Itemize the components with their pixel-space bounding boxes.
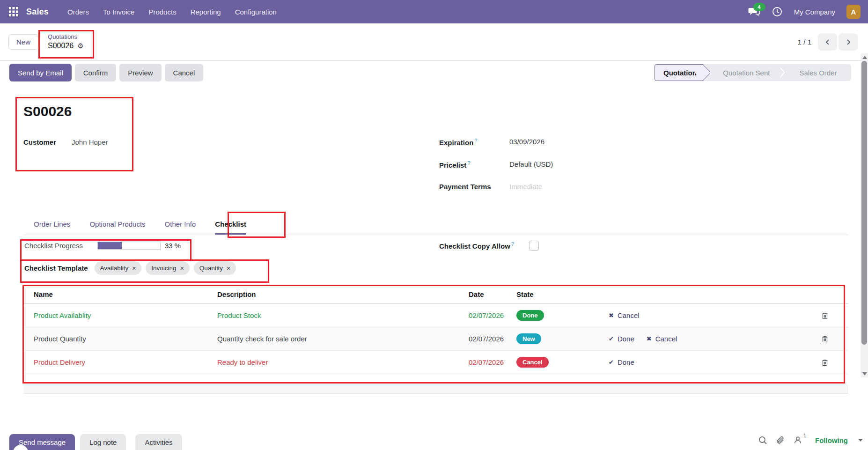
tab-other-info[interactable]: Other Info <box>165 220 196 235</box>
expiration-value[interactable]: 03/09/2026 <box>509 138 544 146</box>
tab-checklist[interactable]: Checklist <box>215 220 246 235</box>
tag-quantity[interactable]: Quantity × <box>194 261 236 275</box>
trash-icon <box>821 359 829 366</box>
following-button[interactable]: Following <box>815 436 848 444</box>
pager-next-button[interactable] <box>839 33 858 51</box>
state-badge: Cancel <box>516 357 549 368</box>
control-panel: New Quotations S00026 ⚙ 1 / 1 <box>0 23 861 61</box>
row-action-label: Cancel <box>618 311 640 319</box>
apps-grid-icon[interactable] <box>8 7 19 17</box>
statusbar: Quotation Quotation Sent Sales Order <box>655 64 851 81</box>
delete-row-button[interactable] <box>821 312 829 319</box>
checklist-copy-allow-label: Checklist Copy Allow <box>439 242 510 250</box>
tab-order-lines[interactable]: Order Lines <box>34 220 70 235</box>
followers-button[interactable]: 1 <box>794 436 802 444</box>
header-state: State <box>516 290 609 298</box>
customer-label: Customer <box>23 138 72 146</box>
activities-clock-icon[interactable] <box>772 6 783 17</box>
gear-icon[interactable]: ⚙ <box>77 42 83 49</box>
row-date[interactable]: 02/07/2026 <box>469 311 516 319</box>
check-mark-icon: ✔ <box>609 359 614 366</box>
sheet-bottom-strip <box>23 384 848 394</box>
menu-orders[interactable]: Orders <box>67 8 89 16</box>
row-name[interactable]: Product Quantity <box>23 335 217 343</box>
x-mark-icon: ✖ <box>609 312 614 319</box>
checklist-progress-value: 33 % <box>165 242 181 250</box>
chatter-toolbar: 1 Following <box>758 435 863 445</box>
stage-quotation-sent[interactable]: Quotation Sent <box>703 69 780 77</box>
attach-files-button[interactable] <box>776 435 785 445</box>
user-avatar[interactable]: A <box>846 5 861 19</box>
messages-count-badge: 4 <box>753 3 765 11</box>
menu-products[interactable]: Products <box>148 8 176 16</box>
customer-value[interactable]: John Hoper <box>72 138 108 146</box>
preview-button[interactable]: Preview <box>119 64 161 81</box>
breadcrumb-quotations-link[interactable]: Quotations <box>48 33 84 41</box>
pricelist-field: Pricelist? Default (USD) <box>439 160 553 169</box>
payment-terms-placeholder[interactable]: Immediate <box>509 183 542 191</box>
delete-row-button[interactable] <box>821 359 829 366</box>
header-description: Description <box>217 290 469 298</box>
tag-invoicing[interactable]: Invoicing × <box>146 261 189 275</box>
row-done-button[interactable]: ✔ Done <box>609 358 634 366</box>
followers-count: 1 <box>803 433 806 438</box>
pricelist-value[interactable]: Default (USD) <box>509 160 553 168</box>
row-cancel-button[interactable]: ✖ Cancel <box>647 335 677 343</box>
messages-icon[interactable]: 4 <box>748 6 760 17</box>
scrollbar-thumb[interactable] <box>861 61 867 345</box>
new-button[interactable]: New <box>8 34 38 50</box>
customer-field: Customer John Hoper <box>23 138 108 146</box>
checklist-copy-allow-field: Checklist Copy Allow? <box>439 241 539 251</box>
navbar-menu: Orders To Invoice Products Reporting Con… <box>67 8 277 16</box>
chevron-down-icon[interactable] <box>858 439 863 442</box>
row-action-label: Done <box>618 358 634 366</box>
delete-row-button[interactable] <box>821 335 829 343</box>
record-pager: 1 / 1 <box>798 33 861 51</box>
table-row[interactable]: Product Quantity Quantity check for sale… <box>23 327 848 351</box>
row-description[interactable]: Quantity check for sale order <box>217 335 469 343</box>
search-icon <box>758 436 767 445</box>
tab-optional-products[interactable]: Optional Products <box>89 220 145 235</box>
tag-remove-icon[interactable]: × <box>227 265 230 272</box>
log-note-button[interactable]: Log note <box>80 434 126 450</box>
record-title[interactable]: S00026 <box>23 103 72 119</box>
stage-quotation[interactable]: Quotation <box>655 64 703 81</box>
row-name[interactable]: Product Availablity <box>23 311 217 319</box>
menu-to-invoice[interactable]: To Invoice <box>103 8 135 16</box>
tag-availablity[interactable]: Availablity × <box>95 261 142 275</box>
checklist-copy-allow-checkbox[interactable] <box>529 241 539 251</box>
row-description[interactable]: Ready to deliver <box>217 358 469 366</box>
search-messages-button[interactable] <box>758 436 767 445</box>
tag-remove-icon[interactable]: × <box>180 265 184 272</box>
check-mark-icon: ✔ <box>609 335 614 342</box>
right-field-column: Expiration? 03/09/2026 Pricelist? Defaul… <box>439 138 553 191</box>
table-row[interactable]: Product Availablity Product Stock 02/07/… <box>23 304 848 327</box>
cancel-button[interactable]: Cancel <box>165 64 204 81</box>
menu-configuration[interactable]: Configuration <box>235 8 277 16</box>
row-name[interactable]: Product Delivery <box>23 358 217 366</box>
scrollbar-down-arrow[interactable] <box>862 372 867 376</box>
payment-terms-field: Payment Terms Immediate <box>439 183 553 191</box>
scrollbar-up-arrow[interactable] <box>862 56 867 59</box>
chevron-right-icon <box>845 38 852 46</box>
row-description[interactable]: Product Stock <box>217 311 469 319</box>
row-cancel-button[interactable]: ✖ Cancel <box>609 311 640 319</box>
menu-reporting[interactable]: Reporting <box>191 8 221 16</box>
row-date[interactable]: 02/07/2026 <box>469 335 516 343</box>
activities-button[interactable]: Activities <box>135 434 182 450</box>
app-name[interactable]: Sales <box>26 7 49 17</box>
tag-label: Quantity <box>199 265 223 272</box>
company-switcher[interactable]: My Company <box>794 8 835 16</box>
row-date[interactable]: 02/07/2026 <box>469 358 516 366</box>
help-icon: ? <box>467 160 470 166</box>
pager-previous-button[interactable] <box>818 33 837 51</box>
tag-remove-icon[interactable]: × <box>132 265 136 272</box>
row-done-button[interactable]: ✔ Done <box>609 335 634 343</box>
stage-sales-order[interactable]: Sales Order <box>785 69 851 77</box>
send-by-email-button[interactable]: Send by Email <box>9 64 72 81</box>
table-row[interactable]: Product Delivery Ready to deliver 02/07/… <box>23 351 848 374</box>
help-icon: ? <box>511 241 514 247</box>
table-header-row: Name Description Date State <box>23 285 848 304</box>
confirm-button[interactable]: Confirm <box>75 64 117 81</box>
x-mark-icon: ✖ <box>647 335 652 342</box>
